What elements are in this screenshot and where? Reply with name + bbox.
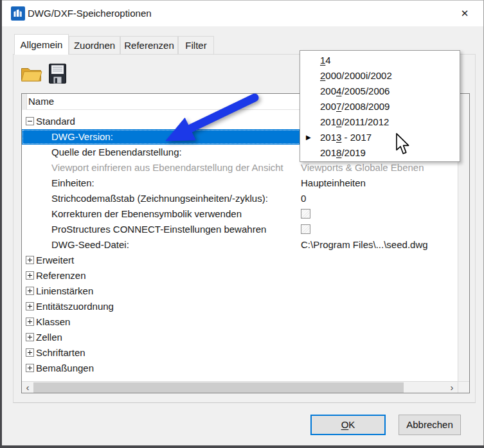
tab-allgemein[interactable]: Allgemein [14,34,69,55]
version-menu-item-label: 2010/2011/2012 [320,116,389,127]
header-corner-cell [22,94,27,110]
checkbox-unchecked[interactable] [301,224,310,234]
row-value: Haupteinheiten [301,175,366,191]
version-menu-item[interactable]: 2010/2011/2012 [300,114,460,130]
version-menu-item[interactable]: 14 [300,53,460,68]
expand-icon[interactable] [26,364,34,372]
window-border-bottom [0,445,484,448]
version-menu-item-label: 2018/2019 [320,147,366,158]
row-value: C:\Program Files\...\seed.dwg [301,237,428,253]
row-label: Erweitert [36,253,74,268]
row-label: Korrekturen der Ebenensymbolik verwenden [51,206,242,222]
tree-group-row[interactable]: Bemaßungen [22,361,458,376]
row-label: Klassen [36,314,70,330]
row-label: Schriftarten [36,345,85,361]
row-label: Bemaßungen [36,361,94,376]
tree-group-row[interactable]: Schriftarten [22,345,458,361]
version-menu-item[interactable]: 2000/2000i/2002 [300,68,460,84]
save-floppy-icon[interactable] [49,64,66,84]
version-menu-item-label: 2007/2008/2009 [320,101,390,112]
version-menu-item[interactable]: 2007/2008/2009 [300,99,460,114]
tab-label: Zuordnen [74,40,115,51]
tree-item-row[interactable]: Korrekturen der Ebenensymbolik verwenden [22,206,458,222]
expand-icon[interactable] [26,333,34,341]
cancel-button[interactable]: Abbrechen [399,415,461,435]
dwg-dxf-save-options-dialog: DWG/DXF-Speicheroptionen ✕ Allgemein Zuo… [0,0,484,448]
tree-item-row[interactable]: Einheiten:Haupteinheiten [22,175,458,191]
window-title: DWG/DXF-Speicheroptionen [28,1,152,26]
row-label: Einheiten: [51,175,94,191]
tree-item-row[interactable]: ProStructures CONNECT-Einstellungen bewa… [22,222,458,237]
row-label: Referenzen [36,268,86,283]
row-label: DWG-Version: [51,129,113,145]
version-menu-item-label: 2000/2000i/2002 [320,70,392,81]
tab-zuordnen[interactable]: Zuordnen [69,36,120,55]
scrollbar-corner [458,381,469,393]
row-value: Viewports & Globale Ebenen [301,160,424,175]
tree-group-row[interactable]: Referenzen [22,268,458,283]
row-label: ProStructures CONNECT-Einstellungen bewa… [51,222,266,237]
tree-group-row[interactable]: Linienstärken [22,283,458,299]
expand-icon[interactable] [26,302,34,310]
checkbox-unchecked[interactable] [301,209,310,219]
selected-version-marker-icon: ▶ [306,130,311,145]
expand-icon[interactable] [26,271,34,280]
expand-icon[interactable] [26,348,34,357]
row-label: Entitätszuordnung [36,299,114,314]
tab-referenzen[interactable]: Referenzen [120,36,178,55]
column-header-name: Name [28,94,54,109]
tree-item-row[interactable]: DWG-Seed-Datei:C:\Program Files\...\seed… [22,237,458,253]
expand-icon[interactable] [26,287,34,295]
tree-group-row[interactable]: Erweitert [22,253,458,268]
tree-item-row[interactable]: Strichcodemaßstab (Zeichnungseinheiten/-… [22,191,458,206]
ok-button[interactable]: OK [310,415,386,435]
version-menu-item[interactable]: ▶2013 - 2017 [300,130,460,145]
close-icon[interactable]: ✕ [454,3,476,24]
tree-group-row[interactable]: Zellen [22,330,458,345]
horizontal-scrollbar[interactable]: ‹ › [22,381,458,393]
version-menu-item[interactable]: 2018/2019 [300,145,460,161]
tree-group-row[interactable]: Klassen [22,314,458,330]
tree-item-row[interactable]: Viewport einfrieren aus Ebenendarstellun… [22,160,458,175]
row-label: Zellen [36,330,62,345]
tab-filter[interactable]: Filter [178,36,214,55]
version-menu-item[interactable]: 2004/2005/2006 [300,84,460,99]
row-label: Quelle der Ebenendarstellung: [51,145,182,160]
window-border-left [0,0,2,448]
row-label: Linienstärken [36,283,93,299]
version-menu-item-label: 2004/2005/2006 [320,85,390,96]
window-border-top [0,0,484,1]
scroll-right-icon[interactable]: › [446,382,458,393]
version-menu-item-label: 2013 - 2017 [320,132,372,143]
open-folder-icon[interactable] [21,65,42,82]
row-label: Standard [36,114,75,129]
tab-label: Allgemein [21,39,63,50]
title-bar: DWG/DXF-Speicheroptionen ✕ [2,1,483,26]
version-dropdown-menu: 142000/2000i/20022004/2005/20062007/2008… [300,50,460,162]
scroll-left-icon[interactable]: ‹ [22,382,33,393]
horizontal-scrollbar-thumb[interactable] [33,382,404,393]
tab-label: Filter [185,40,206,51]
version-menu-item-label: 14 [320,55,331,66]
row-label: DWG-Seed-Datei: [51,237,129,253]
expand-icon[interactable] [26,318,34,326]
collapse-icon[interactable] [26,117,34,125]
expand-icon[interactable] [26,256,34,264]
row-label: Viewport einfrieren aus Ebenendarstellun… [51,160,283,175]
row-value: 0 [301,191,306,206]
app-icon [11,6,25,21]
tab-label: Referenzen [124,40,174,51]
row-label: Strichcodemaßstab (Zeichnungseinheiten/-… [51,191,268,206]
tree-group-row[interactable]: Entitätszuordnung [22,299,458,314]
